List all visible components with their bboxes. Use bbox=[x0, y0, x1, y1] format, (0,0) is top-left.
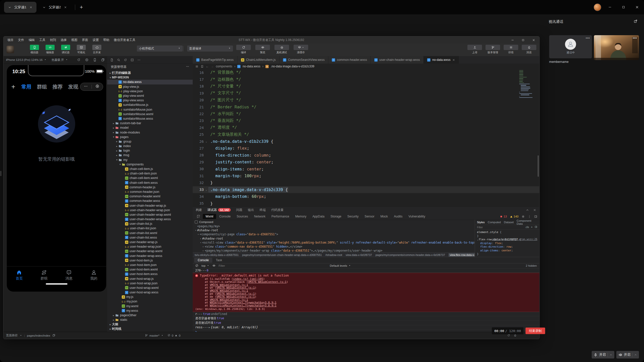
file-no-data.wxss[interactable]: ≡no-data.wxss bbox=[107, 80, 193, 84]
composed-checkbox[interactable] bbox=[195, 220, 198, 223]
devtool-tab-Memory[interactable]: Memory bbox=[293, 214, 309, 219]
menu-编辑[interactable]: 编辑 bbox=[26, 38, 37, 42]
folder-node-modules[interactable]: ▸node-modules bbox=[107, 130, 193, 134]
css-source-link[interactable]: user-chain-header-wrap.wxss:26 bbox=[492, 238, 537, 241]
member-tile-placeholder[interactable]: 通话中 ••• bbox=[549, 35, 592, 58]
more-icon[interactable] bbox=[137, 58, 141, 62]
menu-工具[interactable]: 工具 bbox=[37, 38, 48, 42]
git-branch[interactable]: master* bbox=[149, 334, 159, 337]
file-play-view.json[interactable]: {…}play-view.json bbox=[107, 89, 193, 94]
file-my.wxml[interactable]: <>my.wxml bbox=[107, 304, 193, 308]
twisty-icon[interactable]: ▾ bbox=[197, 233, 200, 236]
file-user-chain-list.json[interactable]: {…}user-chain-list.json bbox=[107, 226, 193, 231]
toggle-云开发[interactable]: 云开发 bbox=[91, 45, 103, 54]
css-declaration[interactable]: align-items: center; bbox=[477, 249, 537, 253]
folder-model[interactable]: ▸model bbox=[107, 125, 193, 130]
devtools-minimize-button[interactable] bbox=[508, 37, 517, 43]
editor-tab-BasePageWithTip.wxss[interactable]: ≡BasePageWithTip.wxss bbox=[193, 56, 237, 64]
console-filter-input[interactable]: Filter bbox=[219, 264, 327, 267]
tabbar-消息[interactable]: 消息 bbox=[57, 266, 82, 284]
dom-node[interactable]: ▾#shadow-root bbox=[193, 228, 475, 232]
console-log-row[interactable]: 270--- 0 bbox=[193, 268, 539, 273]
app-tab-2[interactable]: 父穿越2 bbox=[38, 2, 71, 13]
styles-tab-Styles[interactable]: Styles bbox=[477, 221, 485, 224]
console-log-row[interactable]: r--- true undefined bbox=[193, 312, 539, 316]
mic-icon[interactable] bbox=[594, 353, 597, 357]
code-line-23[interactable]: 23/* 垂直间距 */ bbox=[193, 117, 539, 124]
dom-node[interactable]: ▸<view class="common-nav data-v-d3687551… bbox=[193, 245, 475, 249]
dom-node[interactable]: ▾<components/cyz-page class="data-v-d368… bbox=[193, 232, 475, 236]
code-line-29[interactable]: 29justify-content: center; bbox=[193, 159, 539, 165]
file-user-header-wrap.json[interactable]: {…}user-header-wrap.json bbox=[107, 244, 193, 249]
kebab-icon[interactable] bbox=[528, 215, 531, 218]
file-user-host-wrap.wxml[interactable]: <>user-host-wrap.wxml bbox=[107, 286, 193, 290]
phone-icon[interactable] bbox=[30, 45, 39, 50]
nav-tab-发现[interactable]: 发现 bbox=[68, 83, 78, 90]
code-line-24[interactable]: 24/* 透明度 */ bbox=[193, 124, 539, 131]
page-path-label[interactable]: 页面路径 bbox=[6, 334, 18, 337]
toggle-模拟器[interactable]: 模拟器 bbox=[28, 45, 41, 54]
code-line-25[interactable]: 25/* 文章场景相关 */ bbox=[193, 131, 539, 138]
source-link[interactable]: VM376 WASubContext.js:1 bbox=[248, 280, 286, 284]
devtool-tab-Wxml[interactable]: Wxml bbox=[203, 214, 216, 219]
user-avatar[interactable] bbox=[594, 4, 601, 11]
dock-icon[interactable] bbox=[534, 215, 537, 218]
eye-icon[interactable] bbox=[212, 264, 216, 268]
file-play-view.wxml[interactable]: <>play-view.wxml bbox=[107, 94, 193, 98]
rotate-icon[interactable] bbox=[124, 58, 127, 62]
dom-breadcrumb-item[interactable]: ts/u-sticky/u-sticky.data-v-d3687551 bbox=[195, 253, 239, 256]
device-select[interactable]: iPhone 12/13 (Pro) 124% 16 bbox=[6, 58, 43, 61]
breadcrumb-item[interactable]: .no-data image.data-v-d1b2c339 bbox=[271, 65, 314, 68]
file-user-host-wrap.json[interactable]: {…}user-host-wrap.json bbox=[107, 281, 193, 286]
rotate-icon[interactable] bbox=[77, 58, 80, 62]
file-user-chain-list.wxml[interactable]: <>user-chain-list.wxml bbox=[107, 231, 193, 235]
panel-tab-终端[interactable]: 终端 bbox=[260, 208, 266, 212]
breadcrumb-item[interactable]: components bbox=[216, 65, 232, 68]
bug-icon[interactable] bbox=[274, 45, 289, 50]
file-play-view.wxss[interactable]: ≡play-view.wxss bbox=[107, 98, 193, 103]
member-tile-video[interactable]: ••• membername bbox=[594, 35, 639, 60]
clear-console-icon[interactable] bbox=[195, 264, 198, 268]
file-user-chain-header-wrap.wxss[interactable]: ≡user-chain-header-wrap.wxss bbox=[107, 217, 193, 221]
dom-node[interactable]: ▾<scroll-view class="data-v-d3687551" st… bbox=[193, 241, 475, 245]
file-my.js[interactable]: JSmy.js bbox=[107, 295, 193, 299]
more-icon[interactable] bbox=[84, 84, 88, 89]
menu-文件[interactable]: 文件 bbox=[16, 38, 26, 42]
devtool-tab-Mock[interactable]: Mock bbox=[378, 214, 390, 219]
doc-icon[interactable] bbox=[110, 58, 113, 62]
console-log-row[interactable]: 是否穿越者项目 true bbox=[193, 316, 539, 321]
file-user-host-item.wxss[interactable]: ≡user-host-item.wxss bbox=[107, 272, 193, 276]
file-user-header-wrap.wxml[interactable]: <>user-header-wrap.wxml bbox=[107, 249, 193, 253]
dom-breadcrumb-item[interactable]: pages/my/components/user-chain-header-wr… bbox=[242, 253, 322, 256]
editor-tab-CommonSearchView.wxss[interactable]: ≡CommonSearchView.wxss bbox=[279, 56, 328, 64]
cls-button[interactable]: .cls bbox=[525, 225, 529, 229]
close-button[interactable] bbox=[632, 4, 642, 11]
speaker-toggle-button[interactable]: 开启 bbox=[616, 351, 639, 358]
folder-msg[interactable]: ▸msg bbox=[107, 153, 193, 157]
winstack-icon[interactable] bbox=[101, 58, 105, 62]
action-预览[interactable]: 预览 bbox=[255, 45, 270, 54]
file-user-chain-list.wxss[interactable]: ≡user-chain-list.wxss bbox=[107, 235, 193, 240]
dom-breadcrumb-item[interactable]: #shadow-root bbox=[325, 253, 342, 256]
minimize-button[interactable] bbox=[605, 4, 615, 11]
file-common-header.wxml[interactable]: <>common-header.wxml bbox=[107, 194, 193, 199]
account-avatar[interactable] bbox=[7, 46, 14, 53]
popout-icon[interactable] bbox=[634, 19, 637, 24]
code-line-31[interactable]: 31margin-top: 100rpx; bbox=[193, 172, 539, 179]
dom-breadcrumb-item[interactable]: view.data-v-6d1f8737 bbox=[346, 253, 372, 256]
folder-login[interactable]: ▸login bbox=[107, 148, 193, 153]
file-user-chain-header-wrap.wxml[interactable]: <>user-chain-header-wrap.wxml bbox=[107, 212, 193, 217]
dom-breadcrumb-item[interactable]: view.flex-row.data-v-6d1f8737 bbox=[449, 253, 475, 257]
file-user-host-wrap.js[interactable]: JSuser-host-wrap.js bbox=[107, 276, 193, 281]
record-icon[interactable] bbox=[85, 58, 89, 62]
folder-custom-tab-bar[interactable]: ▸custom-tab-bar bbox=[107, 121, 193, 125]
dom-node[interactable]: ▸#shadow-root bbox=[193, 237, 475, 241]
menu-项目[interactable]: 项目 bbox=[5, 38, 16, 42]
dom-breadcrumb-item[interactable]: pages/my/components/common-header.data-v… bbox=[376, 253, 445, 256]
file-user-host-wrap.wxss[interactable]: ≡user-host-wrap.wxss bbox=[107, 290, 193, 295]
action-版本管理[interactable]: 版本管理 bbox=[486, 45, 500, 54]
new-rule-button[interactable]: + bbox=[531, 225, 533, 229]
phone-icon[interactable] bbox=[93, 58, 97, 62]
folder-index[interactable]: ▸index bbox=[107, 144, 193, 148]
styles-tab-Dataset[interactable]: Dataset bbox=[504, 221, 514, 224]
